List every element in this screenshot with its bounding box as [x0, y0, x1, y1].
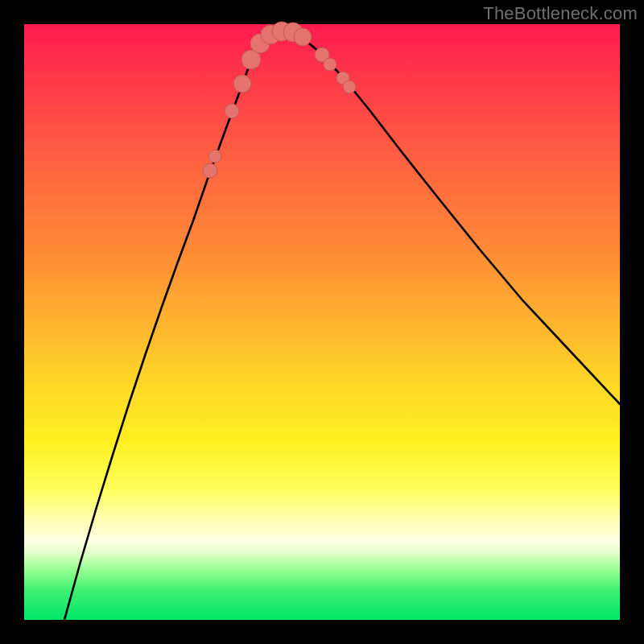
curve-marker: [203, 163, 217, 178]
curve-layer: [24, 24, 620, 620]
curve-marker: [294, 28, 312, 46]
chart-frame: TheBottleneck.com: [0, 0, 644, 644]
curve-marker: [225, 104, 239, 118]
curve-marker: [208, 150, 221, 163]
watermark-text: TheBottleneck.com: [483, 3, 638, 24]
plot-area: [24, 24, 620, 620]
curve-marker: [233, 75, 251, 93]
curve-markers: [203, 22, 356, 178]
curve-marker: [343, 80, 356, 93]
curve-marker: [324, 58, 336, 71]
bottleneck-curve: [64, 31, 620, 620]
